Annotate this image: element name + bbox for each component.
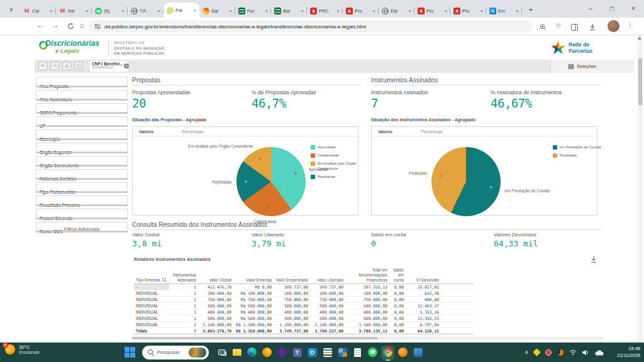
forward-icon[interactable]: → [50,21,60,29]
export-download-icon[interactable] [590,255,597,266]
tab-valores[interactable]: Valores [139,129,153,134]
table-row[interactable]: INDIVIDUAL1400.000,00R$ 400.000,00400.00… [134,309,474,315]
avast-icon[interactable] [396,346,409,359]
filter-chip-cnpj[interactable]: CNPJ Benefici... 11864858000143 × [90,61,129,72]
filter-listbox[interactable]: Órgão Concedente [36,156,128,165]
tab-search-icon[interactable]: ∨ [5,3,18,16]
table-scrollbar-thumb[interactable] [132,337,377,339]
browser-tab[interactable]: T.F. × [128,4,164,18]
browser-tab[interactable]: O Em × [486,4,522,18]
tab-close-icon[interactable]: × [193,8,196,13]
filter-listbox[interactable]: CNPJ Proponente [36,103,128,112]
address-bar[interactable]: dd-publico.serpro.gov.br/extensions/tran… [88,20,532,33]
selections-back-icon[interactable]: ↶ [38,62,47,70]
table-row[interactable]: INDIVIDUAL1500.000,00R$ 500.000,00500.00… [134,303,474,309]
close-button[interactable]: × [623,0,644,16]
tab-close-icon[interactable]: × [372,8,375,14]
column-header[interactable]: Instrumentos Assinados [169,267,198,284]
browser-tab[interactable]: For × [235,4,271,18]
table-row[interactable]: INDIVIDUAL11.140.800,00R$ 1.100.000,001.… [134,322,474,328]
onedrive-icon[interactable] [595,347,604,358]
side-panel-icon[interactable] [571,22,578,33]
column-header[interactable]: Saldo em conta [389,267,406,284]
maximize-button[interactable]: □ [601,0,623,16]
selections-forward-icon[interactable]: ↷ [50,62,59,70]
filter-listbox[interactable]: Ano Proposta [36,77,128,86]
column-header[interactable]: Valor Empenhado [274,267,310,284]
tab-close-icon[interactable]: × [157,8,160,14]
table-row[interactable]: INDIVIDUAL1500.000,00R$ 500.000,00500.00… [134,315,474,322]
new-tab-button[interactable]: + [525,3,537,16]
report-table[interactable]: Tipo EmendaInstrumentos AssinadosValor G… [134,267,474,334]
browser-tab[interactable]: A PRC × [307,4,343,18]
tab-close-icon[interactable]: × [121,8,125,14]
profile-avatar[interactable] [608,20,619,32]
taskbar-clock[interactable]: 15:48 21/11/2025 [617,345,640,359]
pie-disk[interactable]: 4em Prestação de Contas3Finalizado [431,147,501,216]
filter-listbox[interactable]: Natureza Jurídica [36,169,128,178]
browser-tab[interactable]: A Pro × [450,4,486,18]
firefox-icon[interactable] [260,346,274,359]
browser-tab[interactable]: ☎ (5) × [92,4,128,18]
agent-icon[interactable] [557,349,564,356]
filter-listbox[interactable]: Resultado Primário [36,195,128,205]
column-header[interactable]: Valor Emenda [233,267,274,284]
edge-icon[interactable] [245,346,258,359]
tab-valores[interactable]: Valores [378,129,392,134]
bookmark-star-icon[interactable]: ☆ [553,21,564,30]
selections-tool-icon[interactable]: ◫ [74,62,83,70]
column-header[interactable]: Vl Devolvido [406,267,441,284]
taskbar-search[interactable]: Pesquisar [142,346,209,359]
back-icon[interactable]: ← [35,21,45,29]
site-settings-icon[interactable] [94,21,101,32]
start-button[interactable] [125,347,135,358]
tab-close-icon[interactable]: × [336,8,340,14]
reload-icon[interactable] [65,23,75,31]
legend-item[interactable]: Rejeitadas [311,175,361,179]
tab-close-icon[interactable]: × [86,8,89,14]
legend-item[interactable]: Finalizado [553,153,603,158]
legend-item[interactable]: Aprovadas [311,145,361,150]
tab-close-icon[interactable]: × [229,8,232,14]
tab-close-icon[interactable]: × [480,8,483,14]
downloads-icon[interactable] [589,22,596,33]
tab-close-icon[interactable]: × [50,8,53,14]
filter-listbox[interactable]: Órgão Superior [36,143,128,152]
mail-app-icon[interactable] [411,346,425,359]
minimize-button[interactable]: – [580,0,601,16]
tab-close-icon[interactable]: × [516,8,519,14]
home-icon[interactable]: ⌂ [77,21,87,29]
filter-listbox[interactable]: Possui Emenda [36,209,128,218]
browser-tab[interactable]: A Pro × [414,4,450,18]
legend-item[interactable]: Cadastradas [311,153,361,158]
column-search-icon[interactable] [162,278,167,282]
whatsapp-icon[interactable]: ☎ [366,346,379,359]
purple-app-icon[interactable] [275,346,289,359]
teams-icon[interactable]: T [291,346,304,359]
instrumentos-pie-chart[interactable]: 4em Prestação de Contas3Finalizado em Pr… [372,136,597,215]
page-scrollbar-thumb[interactable] [638,58,642,106]
tray-chevron-icon[interactable]: ∧ [525,349,528,355]
volume-icon[interactable] [582,347,589,358]
tab-close-icon[interactable]: × [265,8,268,14]
column-header[interactable]: Tipo Emenda [134,267,169,284]
document-app-icon[interactable] [351,346,364,359]
filter-listbox[interactable]: UF [36,116,128,126]
selections-button[interactable]: Seleções [550,60,634,73]
filter-listbox[interactable]: Município [36,129,128,139]
browser-tab[interactable]: Bar × [271,4,307,18]
legend-item[interactable]: Em Análise pelo Órgão Concedente [311,162,361,170]
weather-widget[interactable]: 8 30°C Ensolarado [5,344,40,354]
chrome-icon[interactable] [381,346,394,359]
tab-close-icon[interactable]: × [301,8,304,14]
browser-tab[interactable]: Pai × [164,3,199,18]
file-explorer-icon[interactable] [230,346,243,359]
url-text[interactable]: dd-publico.serpro.gov.br/extensions/tran… [104,24,366,30]
wifi-icon[interactable] [569,347,577,358]
outlook-icon[interactable]: O [306,346,319,359]
table-row[interactable]: -1412.476,70R$ 0,00399.737,00399.737,003… [134,284,474,290]
column-header[interactable]: Valor Global [198,267,233,284]
task-view-icon[interactable] [215,346,228,359]
browser-tab[interactable]: M Inb × [56,4,92,18]
tab-percentuais[interactable]: Percentuais [182,129,203,134]
